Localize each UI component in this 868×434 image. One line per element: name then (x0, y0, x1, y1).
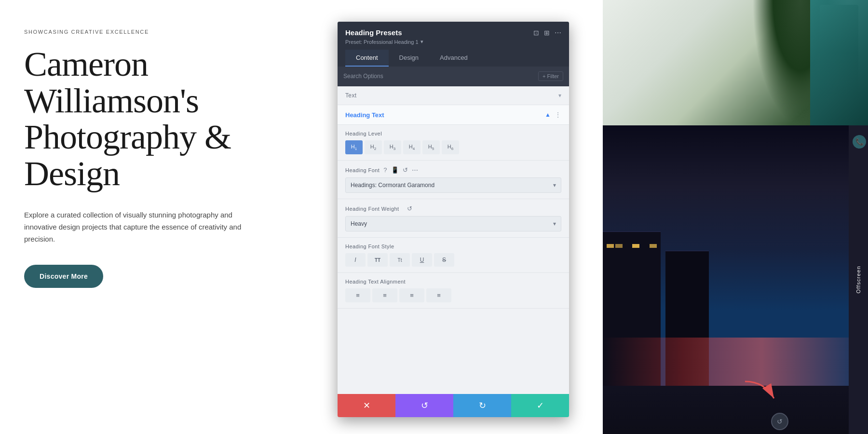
discover-more-button[interactable]: Discover More (24, 265, 103, 288)
panel-header-icons: ⊡ ⊞ ⋯ (533, 29, 561, 37)
uppercase-button[interactable]: TT (367, 253, 388, 267)
heading-font-section: Heading Font ? 📱 ↺ ⋯ Headings: Cormorant… (338, 161, 569, 199)
alignment-group: ≡ ≡ ≡ ≡ (345, 288, 561, 302)
offscreen-label: Offscreen (855, 266, 861, 293)
heading-text-alignment-label: Heading Text Alignment (345, 279, 561, 285)
undo-button[interactable]: ↺ (395, 394, 453, 417)
font-more-icon[interactable]: ⋯ (412, 166, 418, 174)
font-device-icon[interactable]: 📱 (391, 166, 399, 174)
background-photo: Offscreen 📞 (603, 0, 868, 434)
more-options-icon[interactable]: ⋯ (555, 29, 561, 37)
font-help-icon[interactable]: ? (383, 166, 387, 174)
redo-button[interactable]: ↻ (453, 394, 511, 417)
align-justify-button[interactable]: ≡ (426, 288, 451, 302)
photo-bottom: Offscreen 📞 (603, 125, 868, 434)
preset-label[interactable]: Preset: Professional Heading 1 (345, 39, 419, 45)
heading-font-style-label: Heading Font Style (345, 244, 561, 249)
h1-button[interactable]: H1 (345, 140, 363, 154)
font-weight-select-arrow: ▾ (553, 220, 556, 227)
expand-icon[interactable]: ⊡ (533, 29, 539, 37)
floating-save-icon: ↺ (777, 418, 783, 425)
capitalize-button[interactable]: Tt (390, 253, 410, 267)
align-left-button[interactable]: ≡ (345, 288, 370, 302)
h5-button[interactable]: H5 (422, 140, 440, 154)
heading-text-alignment-section: Heading Text Alignment ≡ ≡ ≡ ≡ (338, 273, 569, 309)
tab-design[interactable]: Design (389, 50, 429, 67)
floating-save-circle[interactable]: ↺ (771, 413, 788, 430)
h4-button[interactable]: H4 (403, 140, 420, 154)
heading-text-section-arrow: ▲ (545, 111, 551, 118)
heading-levels-group: H1 H2 H3 H4 H5 H6 (345, 140, 561, 154)
heading-font-weight-select[interactable]: Heavy ▾ (345, 216, 561, 231)
heading-font-select[interactable]: Headings: Cormorant Garamond ▾ (345, 177, 561, 193)
h2-button[interactable]: H2 (365, 140, 382, 154)
panel-actions: ✕ ↺ ↻ ✓ (338, 394, 569, 417)
text-section-header[interactable]: Text ▾ (338, 86, 569, 105)
panel-title: Heading Presets (345, 28, 402, 37)
heading-font-weight-label: Heading Font Weight (345, 206, 399, 212)
tab-advanced[interactable]: Advanced (429, 50, 478, 67)
font-reset-icon[interactable]: ↺ (403, 166, 408, 174)
heading-font-weight-section: Heading Font Weight ↺ Heavy ▾ (338, 199, 569, 238)
cancel-button[interactable]: ✕ (338, 394, 395, 417)
font-select-arrow: ▾ (553, 182, 556, 189)
editor-panel: Heading Presets ⊡ ⊞ ⋯ Preset: Profession… (338, 22, 569, 417)
heading-text-section-title: Heading Text (345, 111, 384, 119)
panel-header: Heading Presets ⊡ ⊞ ⋯ Preset: Profession… (338, 22, 569, 67)
panel-body: Text ▾ Heading Text ▲ ⋮ Heading Level H1… (338, 86, 569, 417)
site-subtitle: SHOWCASING CREATIVE EXCELLENCE (24, 29, 313, 35)
search-input[interactable] (343, 73, 538, 80)
panel-tabs: Content Design Advanced (345, 50, 561, 67)
h3-button[interactable]: H3 (384, 140, 401, 154)
font-weight-reset-icon[interactable]: ↺ (407, 205, 412, 212)
arrow-indicator (740, 377, 779, 407)
text-section-arrow: ▾ (558, 92, 561, 99)
photo-top (603, 0, 868, 125)
align-right-button[interactable]: ≡ (399, 288, 424, 302)
heading-font-label: Heading Font (345, 167, 380, 173)
offscreen-phone-button[interactable]: 📞 (853, 135, 866, 149)
heading-font-style-section: Heading Font Style I TT Tt U S (338, 238, 569, 273)
tab-content[interactable]: Content (345, 50, 389, 67)
heading-text-section-header[interactable]: Heading Text ▲ ⋮ (338, 105, 569, 125)
text-section-title: Text (345, 92, 356, 99)
heading-level-section: Heading Level H1 H2 H3 H4 H5 H6 (338, 125, 569, 161)
search-bar: + Filter (338, 67, 569, 86)
preset-dropdown-arrow[interactable]: ▾ (420, 39, 423, 45)
font-style-group: I TT Tt U S (345, 253, 561, 267)
grid-icon[interactable]: ⊞ (544, 29, 550, 37)
strikethrough-button[interactable]: S (434, 253, 454, 267)
site-description: Explore a curated collection of visually… (24, 209, 256, 245)
save-button[interactable]: ✓ (511, 394, 569, 417)
h6-button[interactable]: H6 (442, 140, 459, 154)
heading-level-label: Heading Level (345, 131, 561, 136)
heading-section-menu-icon[interactable]: ⋮ (555, 111, 561, 119)
website-preview: SHOWCASING CREATIVE EXCELLENCE Cameron W… (0, 0, 338, 434)
site-title: Cameron Williamson's Photography & Desig… (24, 46, 313, 192)
italic-button[interactable]: I (345, 253, 366, 267)
filter-button[interactable]: + Filter (538, 71, 563, 81)
align-center-button[interactable]: ≡ (372, 288, 397, 302)
underline-button[interactable]: U (412, 253, 432, 267)
